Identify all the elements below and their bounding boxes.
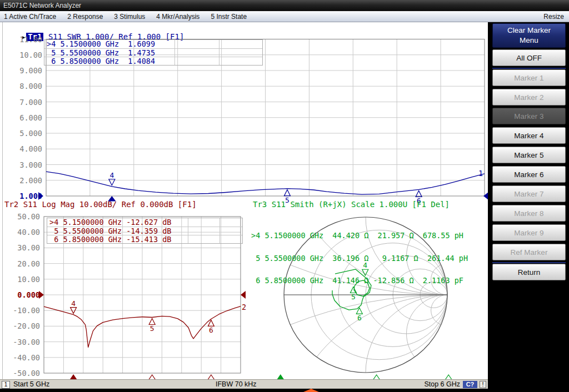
resize-button[interactable]: Resize xyxy=(540,13,569,21)
tr2-marker-row: >4 5.1500000 GHz -12.627 dB xyxy=(47,218,242,227)
bottom-strip xyxy=(0,389,569,392)
tr1-ytick: 6.000 xyxy=(3,114,42,122)
menu-active-ch-trace[interactable]: 1 Active Ch/Trace xyxy=(0,13,63,21)
marker-7-button[interactable]: Marker 7 xyxy=(492,185,566,202)
tr1-ytick: 8.000 xyxy=(3,82,42,90)
tr1-marker-table: >4 5.1500000 GHz 1.6099 5 5.5500000 GHz … xyxy=(44,39,263,66)
menu-bar: 1 Active Ch/Trace 2 Response 3 Stimulus … xyxy=(0,11,569,22)
channel-number-box: 1 xyxy=(2,381,10,389)
tr2-ytick: 40.00 xyxy=(1,228,40,236)
table-divider xyxy=(219,218,220,243)
tr2-marker-table: >4 5.1500000 GHz -12.627 dB 5 5.5500000 … xyxy=(47,218,243,244)
ifbw-label: IFBW 70 kHz xyxy=(216,380,257,389)
tr3-marker-row: 6 5.8500000 GHz 41.146 Ω -12.856 Ω 2.116… xyxy=(251,277,468,285)
table-divider xyxy=(174,40,175,65)
tr1-ytick: 3.000 xyxy=(3,161,42,169)
tr2-ytick: 30.00 xyxy=(1,244,40,252)
softkey-separator xyxy=(492,262,566,263)
menu-mkr-analysis[interactable]: 4 Mkr/Analysis xyxy=(152,13,207,21)
table-divider xyxy=(188,218,188,243)
tr1-marker-row: >4 5.1500000 GHz 1.6099 xyxy=(44,40,262,48)
softkey-menu-title-line2: Menu xyxy=(520,36,538,46)
tr1-ref-tick: 1.000 xyxy=(3,192,42,200)
marker-4-button[interactable]: Marker 4 xyxy=(492,127,566,144)
tr3-marker-row: 5 5.5500000 GHz 36.196 Ω 9.1167 Ω 261.44… xyxy=(251,255,468,263)
tr1-marker-row: 5 5.5500000 GHz 1.4735 xyxy=(44,48,262,57)
tr2-ytick: 20.00 xyxy=(1,260,40,268)
tr2-ytick: 50.00 xyxy=(1,213,40,220)
tr1-ytick: 5.000 xyxy=(3,129,42,137)
marker-1-button[interactable]: Marker 1 xyxy=(492,69,566,86)
marker-2-button[interactable]: Marker 2 xyxy=(492,89,566,105)
tr2-ytick: -40.00 xyxy=(1,354,40,361)
sweep-indicator-icon xyxy=(303,389,319,392)
window-title: E5071C Network Analyzer xyxy=(3,2,81,9)
tr2-marker-row: 5 5.5500000 GHz -14.359 dB xyxy=(47,227,242,235)
marker-6-button[interactable]: Marker 6 xyxy=(492,166,566,183)
tr2-marker-row: 6 5.8500000 GHz -15.413 dB xyxy=(47,235,242,243)
softkey-menu-title: Clear Marker Menu xyxy=(492,23,566,48)
tr1-ytick: 7.000 xyxy=(3,98,42,106)
instrument-screen: E5071C Network Analyzer 1 Active Ch/Trac… xyxy=(0,0,569,392)
menu-instr-state[interactable]: 5 Instr State xyxy=(207,13,254,21)
menu-stimulus[interactable]: 3 Stimulus xyxy=(110,13,152,21)
marker-3-button[interactable]: Marker 3 xyxy=(492,108,566,124)
table-divider xyxy=(219,40,219,65)
window-titlebar: E5071C Network Analyzer xyxy=(0,0,569,11)
marker-9-button[interactable]: Marker 9 xyxy=(492,224,566,241)
alert-indicator[interactable]: ! xyxy=(480,381,486,388)
correction-status-badge: C? xyxy=(463,381,477,388)
tr2-ytick: 10.00 xyxy=(1,275,40,283)
tr2-ytick: -50.00 xyxy=(1,369,40,377)
tr2-header[interactable]: Tr2 S11 Log Mag 10.00dB/ Ref 0.000dB [F1… xyxy=(4,200,197,209)
status-bar: 1 Start 5 GHz IFBW 70 kHz Stop 6 GHz C? … xyxy=(0,379,488,389)
tr1-trace-number: 1 xyxy=(478,169,483,178)
tr3-marker-readout: >4 5.1500000 GHz 44.420 Ω 21.957 Ω 678.5… xyxy=(251,217,468,300)
tr1-ytick: 9.000 xyxy=(3,67,42,74)
softkey-sidebar: Clear Marker Menu All OFF Marker 1 Marke… xyxy=(488,22,569,392)
tr2-ref-tick: 0.000 xyxy=(1,291,40,299)
tr2-ytick: -30.00 xyxy=(1,338,40,346)
tr1-ytick: 10.00 xyxy=(3,51,42,59)
tr1-header[interactable]: ▶Tr1 S11 SWR 1.000/ Ref 1.000 [F1] xyxy=(3,24,184,33)
tr1-ytick: 4.000 xyxy=(3,145,42,153)
stop-frequency-label: Stop 6 GHz xyxy=(424,380,460,389)
softkey-menu-title-line1: Clear Marker xyxy=(507,26,551,36)
menu-response[interactable]: 2 Response xyxy=(63,13,110,21)
tr2-ytick: -10.00 xyxy=(1,306,40,314)
marker-5-button[interactable]: Marker 5 xyxy=(492,147,566,163)
ref-marker-button[interactable]: Ref Marker xyxy=(492,244,566,260)
marker-8-button[interactable]: Marker 8 xyxy=(492,205,566,222)
tr1-ytick: 11.00 xyxy=(3,36,42,43)
all-off-button[interactable]: All OFF xyxy=(492,49,566,66)
return-button[interactable]: Return xyxy=(492,264,566,280)
tr3-header[interactable]: Tr3 S11 Smith (R+jX) Scale 1.000U [F1 De… xyxy=(253,200,450,209)
softkey-separator xyxy=(492,68,566,69)
tr1-marker-row: 6 5.8500000 GHz 1.4084 xyxy=(44,57,262,65)
tr2-trace-number: 2 xyxy=(242,303,246,311)
tr1-ytick: 2.000 xyxy=(3,177,42,184)
start-frequency-label: Start 5 GHz xyxy=(13,380,49,389)
tr2-ytick: -20.00 xyxy=(1,322,40,330)
tr3-marker-row: >4 5.1500000 GHz 44.420 Ω 21.957 Ω 678.5… xyxy=(251,232,468,240)
